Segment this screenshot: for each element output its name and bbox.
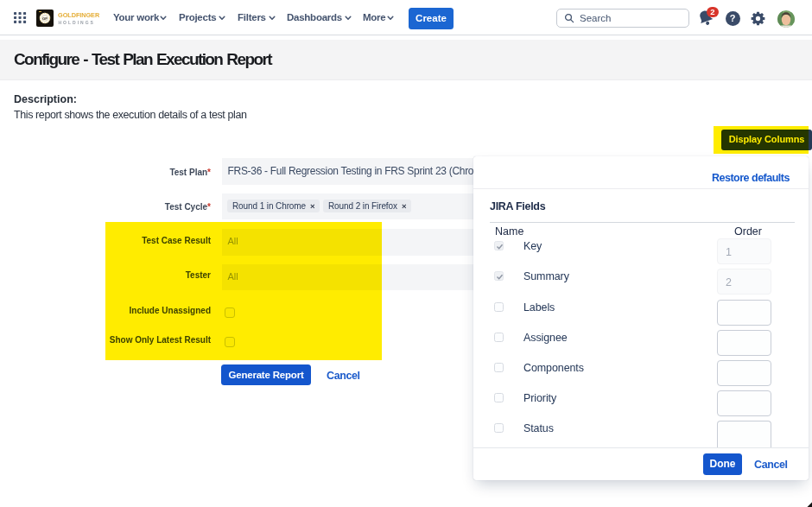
svg-text:GF: GF — [42, 16, 48, 21]
